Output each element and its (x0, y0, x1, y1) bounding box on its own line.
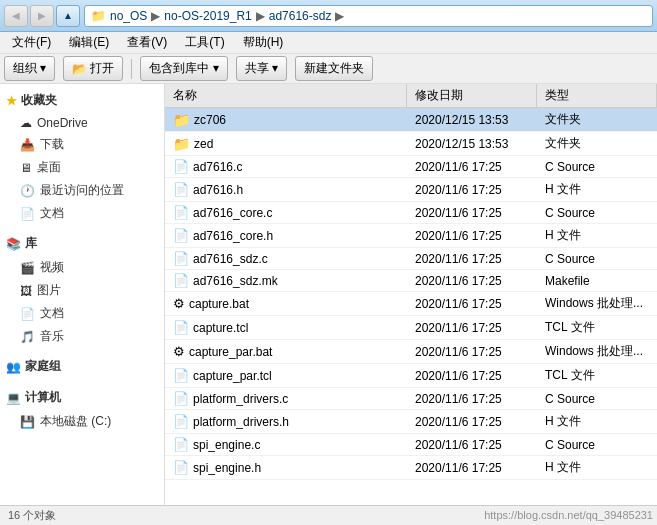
sidebar-item-docs1[interactable]: 📄 文档 (0, 202, 164, 225)
table-row[interactable]: 📁 zc706 2020/12/15 13:53 文件夹 (165, 108, 657, 132)
file-date-cell: 2020/11/6 17:25 (407, 248, 537, 269)
file-type: C Source (545, 392, 595, 406)
sidebar-item-desktop[interactable]: 🖥 桌面 (0, 156, 164, 179)
sidebar-item-download[interactable]: 📥 下载 (0, 133, 164, 156)
menu-help[interactable]: 帮助(H) (235, 32, 292, 53)
folder-icon: 📁 (173, 112, 190, 128)
file-rows: 📁 zc706 2020/12/15 13:53 文件夹 📁 zed 2020/… (165, 108, 657, 480)
header-date[interactable]: 修改日期 (407, 84, 537, 107)
file-date: 2020/11/6 17:25 (415, 229, 502, 243)
file-icon: 📄 (173, 368, 189, 383)
homegroup-icon: 👥 (6, 360, 21, 374)
forward-button[interactable]: ▶ (30, 5, 54, 27)
file-name-cell: 📄 ad7616_core.c (165, 202, 407, 223)
file-date-cell: 2020/11/6 17:25 (407, 270, 537, 291)
menu-tools[interactable]: 工具(T) (177, 32, 232, 53)
header-type[interactable]: 类型 (537, 84, 657, 107)
docs-icon2: 📄 (20, 307, 35, 321)
file-icon: 📄 (173, 414, 189, 429)
file-date: 2020/12/15 13:53 (415, 137, 508, 151)
video-icon: 🎬 (20, 261, 35, 275)
open-button[interactable]: 📂 打开 (63, 56, 123, 81)
file-type: Windows 批处理... (545, 295, 643, 312)
table-row[interactable]: 📄 ad7616_core.h 2020/11/6 17:25 H 文件 (165, 224, 657, 248)
file-date: 2020/11/6 17:25 (415, 297, 502, 311)
table-row[interactable]: 📄 capture.tcl 2020/11/6 17:25 TCL 文件 (165, 316, 657, 340)
sidebar-item-onedrive[interactable]: ☁ OneDrive (0, 113, 164, 133)
menu-bar: 文件(F) 编辑(E) 查看(V) 工具(T) 帮助(H) (0, 32, 657, 54)
file-type-cell: H 文件 (537, 410, 657, 433)
table-row[interactable]: 📄 ad7616_sdz.c 2020/11/6 17:25 C Source (165, 248, 657, 270)
sidebar-item-recent[interactable]: 🕐 最近访问的位置 (0, 179, 164, 202)
nav-buttons: ◀ ▶ ▲ (4, 5, 80, 27)
file-date-cell: 2020/11/6 17:25 (407, 202, 537, 223)
file-date-cell: 2020/11/6 17:25 (407, 340, 537, 363)
file-type: C Source (545, 206, 595, 220)
file-date-cell: 2020/11/6 17:25 (407, 456, 537, 479)
file-name: ad7616.h (193, 183, 243, 197)
table-row[interactable]: 📄 platform_drivers.h 2020/11/6 17:25 H 文… (165, 410, 657, 434)
file-date: 2020/11/6 17:25 (415, 274, 502, 288)
table-row[interactable]: 📄 ad7616.c 2020/11/6 17:25 C Source (165, 156, 657, 178)
back-button[interactable]: ◀ (4, 5, 28, 27)
file-icon: 📄 (173, 228, 189, 243)
share-button[interactable]: 共享 ▾ (236, 56, 287, 81)
table-row[interactable]: ⚙ capture.bat 2020/11/6 17:25 Windows 批处… (165, 292, 657, 316)
breadcrumb-part3: ad7616-sdz (269, 9, 332, 23)
new-folder-button[interactable]: 新建文件夹 (295, 56, 373, 81)
table-row[interactable]: 📄 ad7616_sdz.mk 2020/11/6 17:25 Makefile (165, 270, 657, 292)
table-row[interactable]: 📄 spi_engine.c 2020/11/6 17:25 C Source (165, 434, 657, 456)
table-row[interactable]: 📄 capture_par.tcl 2020/11/6 17:25 TCL 文件 (165, 364, 657, 388)
sidebar-item-local-disk[interactable]: 💾 本地磁盘 (C:) (0, 410, 164, 433)
file-type-cell: Makefile (537, 270, 657, 291)
file-type: C Source (545, 438, 595, 452)
file-type: H 文件 (545, 181, 581, 198)
file-date-cell: 2020/11/6 17:25 (407, 434, 537, 455)
menu-view[interactable]: 查看(V) (119, 32, 175, 53)
file-name: spi_engine.c (193, 438, 260, 452)
file-name: ad7616_sdz.mk (193, 274, 278, 288)
new-folder-label: 新建文件夹 (304, 60, 364, 77)
file-date-cell: 2020/12/15 13:53 (407, 132, 537, 155)
breadcrumb[interactable]: 📁 no_OS ▶ no-OS-2019_R1 ▶ ad7616-sdz ▶ (84, 5, 653, 27)
file-type: H 文件 (545, 227, 581, 244)
file-name: capture.bat (189, 297, 249, 311)
file-name-cell: 📄 capture_par.tcl (165, 364, 407, 387)
file-name: ad7616_sdz.c (193, 252, 268, 266)
file-name-cell: 📄 spi_engine.c (165, 434, 407, 455)
file-date: 2020/11/6 17:25 (415, 183, 502, 197)
table-row[interactable]: 📄 ad7616_core.c 2020/11/6 17:25 C Source (165, 202, 657, 224)
menu-file[interactable]: 文件(F) (4, 32, 59, 53)
table-row[interactable]: 📄 platform_drivers.c 2020/11/6 17:25 C S… (165, 388, 657, 410)
sidebar: ★ 收藏夹 ☁ OneDrive 📥 下载 🖥 桌面 🕐 最近访问的位置 📄 文… (0, 84, 165, 505)
file-date-cell: 2020/11/6 17:25 (407, 410, 537, 433)
table-row[interactable]: 📄 ad7616.h 2020/11/6 17:25 H 文件 (165, 178, 657, 202)
organize-button[interactable]: 组织 ▾ (4, 56, 55, 81)
table-row[interactable]: 📁 zed 2020/12/15 13:53 文件夹 (165, 132, 657, 156)
menu-edit[interactable]: 编辑(E) (61, 32, 117, 53)
file-date: 2020/11/6 17:25 (415, 206, 502, 220)
file-type: 文件夹 (545, 111, 581, 128)
include-lib-button[interactable]: 包含到库中 ▾ (140, 56, 227, 81)
download-icon: 📥 (20, 138, 35, 152)
file-type-cell: TCL 文件 (537, 364, 657, 387)
sidebar-item-docs2[interactable]: 📄 文档 (0, 302, 164, 325)
file-name: capture_par.tcl (193, 369, 272, 383)
table-row[interactable]: ⚙ capture_par.bat 2020/11/6 17:25 Window… (165, 340, 657, 364)
desktop-icon: 🖥 (20, 161, 32, 175)
file-date-cell: 2020/11/6 17:25 (407, 316, 537, 339)
file-type: 文件夹 (545, 135, 581, 152)
file-type-cell: H 文件 (537, 178, 657, 201)
file-name: spi_engine.h (193, 461, 261, 475)
up-button[interactable]: ▲ (56, 5, 80, 27)
sidebar-item-music[interactable]: 🎵 音乐 (0, 325, 164, 348)
file-name-cell: 📄 ad7616_sdz.c (165, 248, 407, 269)
sidebar-item-pictures[interactable]: 🖼 图片 (0, 279, 164, 302)
table-row[interactable]: 📄 spi_engine.h 2020/11/6 17:25 H 文件 (165, 456, 657, 480)
star-icon: ★ (6, 94, 17, 108)
disk-icon: 💾 (20, 415, 35, 429)
file-type: Windows 批处理... (545, 343, 643, 360)
sidebar-item-video[interactable]: 🎬 视频 (0, 256, 164, 279)
file-date: 2020/11/6 17:25 (415, 345, 502, 359)
header-name[interactable]: 名称 (165, 84, 407, 107)
